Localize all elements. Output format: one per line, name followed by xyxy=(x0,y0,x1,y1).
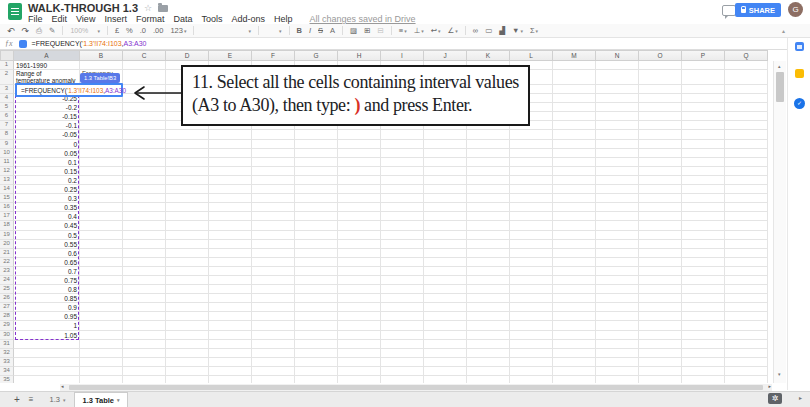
cell[interactable] xyxy=(510,349,553,358)
cell[interactable] xyxy=(166,258,209,267)
cell[interactable] xyxy=(123,212,166,221)
decrease-decimal-button[interactable]: .0 xyxy=(137,25,149,37)
cell[interactable] xyxy=(209,149,252,158)
cell[interactable] xyxy=(682,94,725,103)
cell[interactable] xyxy=(166,149,209,158)
cell[interactable] xyxy=(166,203,209,212)
cell[interactable] xyxy=(510,158,553,167)
menu-file[interactable]: File xyxy=(28,14,43,24)
cell[interactable] xyxy=(123,140,166,149)
cell[interactable] xyxy=(338,167,381,176)
cell[interactable] xyxy=(123,112,166,121)
cell[interactable] xyxy=(639,121,682,130)
cell[interactable] xyxy=(510,267,553,276)
cell[interactable] xyxy=(553,240,596,249)
row-header[interactable]: 9 xyxy=(0,140,14,149)
cell[interactable] xyxy=(639,312,682,321)
cell[interactable] xyxy=(123,276,166,285)
cell[interactable] xyxy=(338,212,381,221)
cell[interactable] xyxy=(682,294,725,303)
cell[interactable] xyxy=(725,240,768,249)
cell[interactable] xyxy=(209,176,252,185)
cell[interactable] xyxy=(338,231,381,240)
cell[interactable] xyxy=(510,367,553,376)
menu-add-ons[interactable]: Add-ons xyxy=(231,14,265,24)
cell[interactable] xyxy=(80,130,123,139)
cell[interactable] xyxy=(123,130,166,139)
cell[interactable] xyxy=(553,231,596,240)
cell[interactable] xyxy=(682,85,725,94)
zoom-select[interactable]: 100%▾ xyxy=(67,25,103,37)
cell[interactable] xyxy=(209,276,252,285)
cell[interactable] xyxy=(295,258,338,267)
cell[interactable] xyxy=(209,158,252,167)
cell[interactable] xyxy=(510,176,553,185)
cell[interactable] xyxy=(14,349,80,358)
cell[interactable] xyxy=(252,340,295,349)
cell[interactable] xyxy=(209,285,252,294)
increase-decimal-button[interactable]: .00 xyxy=(150,25,166,37)
cell[interactable] xyxy=(596,121,639,130)
cell[interactable] xyxy=(166,231,209,240)
cell[interactable] xyxy=(510,130,553,139)
cell[interactable] xyxy=(424,358,467,367)
cell[interactable] xyxy=(209,349,252,358)
cell[interactable] xyxy=(166,349,209,358)
cell[interactable] xyxy=(553,221,596,230)
menu-view[interactable]: View xyxy=(76,14,95,24)
cell[interactable] xyxy=(553,203,596,212)
cell[interactable] xyxy=(510,249,553,258)
cell[interactable] xyxy=(639,185,682,194)
cell[interactable] xyxy=(209,140,252,149)
col-header-e[interactable]: E xyxy=(209,50,252,61)
cell[interactable] xyxy=(596,376,639,383)
cell[interactable] xyxy=(467,249,510,258)
cell[interactable] xyxy=(424,231,467,240)
cell[interactable] xyxy=(166,340,209,349)
cell[interactable] xyxy=(725,61,768,70)
merge-cells-button[interactable]: ⊟ xyxy=(374,25,386,37)
cell[interactable] xyxy=(381,312,424,321)
functions-button[interactable]: Σ▾ xyxy=(527,25,541,37)
cell[interactable] xyxy=(80,340,123,349)
cell[interactable] xyxy=(639,367,682,376)
cell[interactable] xyxy=(596,112,639,121)
cell[interactable] xyxy=(424,249,467,258)
strikethrough-button[interactable]: S xyxy=(315,25,326,37)
cell[interactable] xyxy=(295,130,338,139)
cell[interactable] xyxy=(381,176,424,185)
cell[interactable] xyxy=(639,94,682,103)
cell[interactable] xyxy=(123,203,166,212)
cell[interactable] xyxy=(295,249,338,258)
font-size-select[interactable]: ▾ xyxy=(263,25,285,37)
cell[interactable] xyxy=(338,276,381,285)
cell[interactable] xyxy=(209,212,252,221)
cell[interactable] xyxy=(510,340,553,349)
cell[interactable] xyxy=(381,203,424,212)
cell[interactable] xyxy=(209,331,252,340)
cell[interactable] xyxy=(725,294,768,303)
cell[interactable] xyxy=(123,349,166,358)
cell[interactable] xyxy=(682,249,725,258)
cell[interactable] xyxy=(596,140,639,149)
cell[interactable] xyxy=(123,221,166,230)
col-header-m[interactable]: M xyxy=(553,50,596,61)
cell[interactable] xyxy=(209,358,252,367)
calendar-icon[interactable] xyxy=(795,42,804,51)
row-header[interactable]: 12 xyxy=(0,167,14,176)
cell[interactable] xyxy=(596,321,639,330)
cell[interactable] xyxy=(682,167,725,176)
row-header[interactable]: 11 xyxy=(0,158,14,167)
cell[interactable] xyxy=(725,285,768,294)
row-header[interactable]: 18 xyxy=(0,221,14,230)
cell[interactable] xyxy=(80,267,123,276)
cell[interactable] xyxy=(596,358,639,367)
cell[interactable] xyxy=(682,285,725,294)
col-header-k[interactable]: K xyxy=(467,50,510,61)
cell[interactable] xyxy=(553,167,596,176)
cell[interactable] xyxy=(639,112,682,121)
cell[interactable] xyxy=(123,61,166,70)
cell[interactable] xyxy=(209,167,252,176)
cell[interactable] xyxy=(338,130,381,139)
cell[interactable] xyxy=(553,312,596,321)
